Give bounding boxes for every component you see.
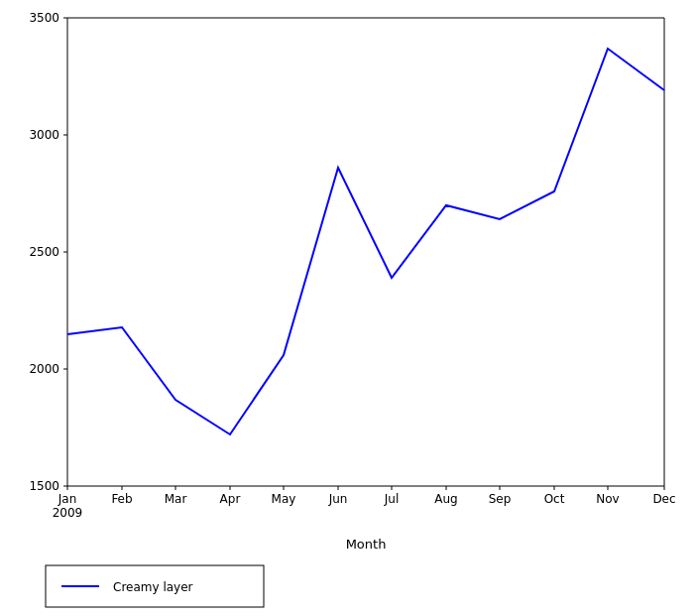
x-tick-jun: Jun bbox=[328, 492, 348, 506]
y-tick-2000: 2000 bbox=[29, 362, 59, 376]
x-tick-feb: Feb bbox=[111, 492, 132, 506]
y-tick-2500: 2500 bbox=[29, 245, 59, 259]
x-tick-jul: Jul bbox=[384, 492, 399, 506]
y-tick-1500: 1500 bbox=[29, 479, 59, 493]
x-axis-label: Month bbox=[346, 537, 387, 552]
x-tick-nov: Nov bbox=[596, 492, 619, 506]
x-tick-dec: Dec bbox=[652, 492, 675, 506]
x-tick-year: 2009 bbox=[53, 506, 83, 520]
x-tick-oct: Oct bbox=[544, 492, 565, 506]
y-tick-3000: 3000 bbox=[29, 128, 59, 142]
x-tick-apr: Apr bbox=[220, 492, 241, 506]
y-tick-3500: 3500 bbox=[29, 11, 59, 25]
x-tick-mar: Mar bbox=[165, 492, 187, 506]
x-tick-may: May bbox=[272, 492, 296, 506]
chart-container: 1500 2000 2500 3000 3500 Jan 2009 Feb Ma… bbox=[0, 0, 697, 616]
data-line bbox=[67, 49, 664, 434]
x-tick-aug: Aug bbox=[434, 492, 457, 506]
legend-label: Creamy layer bbox=[113, 580, 193, 594]
x-tick-jan: Jan bbox=[58, 492, 77, 506]
x-tick-sep: Sep bbox=[489, 492, 512, 506]
